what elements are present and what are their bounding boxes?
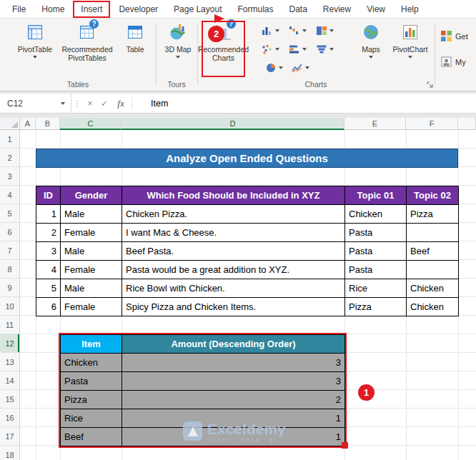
row-header-3[interactable]: 3 [0,167,19,186]
funnel-chart-dropdown[interactable] [316,43,334,56]
t1-cell-food-1[interactable]: I want Mac & Cheese. [122,224,345,242]
t2-cell-item-4[interactable]: Beef [61,428,122,446]
table-button[interactable]: Table [119,21,152,79]
t2-cell-item-3[interactable]: Rice [61,409,122,428]
maps-button[interactable]: Maps [354,21,387,79]
col-header-a[interactable]: A [20,118,36,130]
t1-cell-topic2-3[interactable] [407,261,459,279]
col-header-d[interactable]: D [122,118,344,130]
title-banner-cell[interactable]: Analyze Open Ended Questions [36,149,458,168]
t1-cell-topic2-4[interactable]: Chicken [407,279,459,298]
row-header-4[interactable]: 4 [0,186,19,204]
t1-cell-id-4[interactable]: 5 [36,279,61,298]
tab-developer[interactable]: Developer [111,1,166,18]
get-add-ins-button[interactable]: Get [440,30,468,42]
column-chart-dropdown[interactable] [262,24,279,37]
row-header-10[interactable]: 10 [0,297,19,316]
pivottable-button[interactable]: PivotTable [14,21,56,79]
t1-cell-food-5[interactable]: Spicy Pizza and Chicken Items. [122,298,345,316]
scatter-chart-dropdown[interactable] [262,43,279,56]
t1-cell-topic1-5[interactable]: Pizza [345,298,407,316]
row-header-1[interactable]: 1 [0,130,19,149]
row-header-5[interactable]: 5 [0,204,19,223]
enter-icon[interactable]: ✓ [97,99,111,109]
t2-cell-item-2[interactable]: Pizza [61,391,122,409]
t1-cell-id-1[interactable]: 2 [36,224,61,242]
t1-cell-topic1-1[interactable]: Pasta [345,224,407,242]
tab-review[interactable]: Review [315,1,359,18]
pivotchart-button[interactable]: PivotChart [389,21,432,79]
t1-cell-food-0[interactable]: Chicken Pizza. [122,205,345,224]
t1-header-topic2[interactable]: Topic 02 [407,186,459,205]
row-header-7[interactable]: 7 [0,241,19,260]
tab-data[interactable]: Data [281,1,314,18]
col-header-f[interactable]: F [406,118,458,130]
t1-cell-food-4[interactable]: Rice Bowl with Chicken. [122,279,345,298]
t2-cell-amount-3[interactable]: 1 [122,409,345,428]
t1-cell-food-2[interactable]: Beef Pasta. [122,242,345,261]
t1-cell-topic2-2[interactable]: Beef [407,242,459,261]
t1-cell-topic2-1[interactable] [407,224,459,242]
tab-insert[interactable]: Insert [73,1,110,18]
tab-file[interactable]: File [4,1,34,18]
formula-bar-content[interactable]: Item [134,99,168,109]
t1-cell-topic2-5[interactable]: Chicken [407,298,459,316]
t1-cell-topic1-3[interactable]: Pasta [345,261,407,279]
t2-cell-amount-1[interactable]: 3 [122,372,345,391]
t1-header-topic1[interactable]: Topic 01 [345,186,407,205]
line-chart-dropdown[interactable] [292,61,309,74]
charts-dialog-launcher[interactable] [426,79,435,88]
t1-header-question[interactable]: Which Food Should be Included in XYZ [122,186,345,205]
t1-cell-gender-2[interactable]: Male [61,242,122,261]
t1-header-id[interactable]: ID [36,186,61,205]
row-header-18[interactable]: 18 [0,446,19,460]
select-all-corner[interactable] [0,118,20,130]
t2-cell-item-1[interactable]: Pasta [61,372,122,391]
recommended-pivottables-button[interactable]: ? Recommended PivotTables [59,21,116,79]
t2-cell-amount-2[interactable]: 2 [122,391,345,409]
row-header-6[interactable]: 6 [0,223,19,241]
t1-cell-topic1-2[interactable]: Pasta [345,242,407,261]
cancel-icon[interactable]: × [83,99,97,109]
row-header-13[interactable]: 13 [0,353,19,371]
t1-cell-topic1-4[interactable]: Rice [345,279,407,298]
t1-cell-id-0[interactable]: 1 [36,205,61,224]
hierarchy-chart-dropdown[interactable] [316,24,334,37]
t1-cell-gender-3[interactable]: Female [61,261,122,279]
row-header-16[interactable]: 16 [0,409,19,427]
row-header-2[interactable]: 2 [0,149,19,167]
t1-cell-id-3[interactable]: 4 [36,261,61,279]
row-header-9[interactable]: 9 [0,279,19,297]
tab-home[interactable]: Home [34,1,72,18]
t1-cell-gender-1[interactable]: Female [61,224,122,242]
col-header-partial[interactable] [458,118,476,130]
row-header-8[interactable]: 8 [0,260,19,279]
t2-cell-item-0[interactable]: Chicken [61,354,122,372]
col-header-e[interactable]: E [344,118,406,130]
tab-formulas[interactable]: Formulas [229,1,281,18]
tab-help[interactable]: Help [393,1,427,18]
col-header-b[interactable]: B [36,118,60,130]
row-header-15[interactable]: 15 [0,390,19,409]
t1-cell-topic2-0[interactable]: Pizza [407,205,459,224]
t2-cell-amount-4[interactable]: 1 [122,428,345,446]
tab-view[interactable]: View [359,1,393,18]
t1-cell-topic1-0[interactable]: Chicken [345,205,407,224]
name-box[interactable]: C12 [0,94,71,113]
3d-map-button[interactable]: 3D Map [160,21,196,79]
t2-header-item[interactable]: Item [61,335,122,354]
t1-cell-gender-4[interactable]: Male [61,279,122,298]
t1-header-gender[interactable]: Gender [61,186,122,205]
my-add-ins-button[interactable]: My [440,56,466,68]
waterfall-chart-dropdown[interactable] [289,24,307,37]
t1-cell-gender-5[interactable]: Female [61,298,122,316]
t1-cell-food-3[interactable]: Pasta would be a great addition to XYZ. [122,261,345,279]
bar-chart-dropdown[interactable] [289,43,307,56]
t1-cell-gender-0[interactable]: Male [61,205,122,224]
insert-function-icon[interactable]: fx [111,98,130,109]
row-header-17[interactable]: 17 [0,427,19,446]
pie-chart-dropdown[interactable] [266,61,283,74]
t1-cell-id-5[interactable]: 6 [36,298,61,316]
t1-cell-id-2[interactable]: 3 [36,242,61,261]
row-header-14[interactable]: 14 [0,371,19,390]
